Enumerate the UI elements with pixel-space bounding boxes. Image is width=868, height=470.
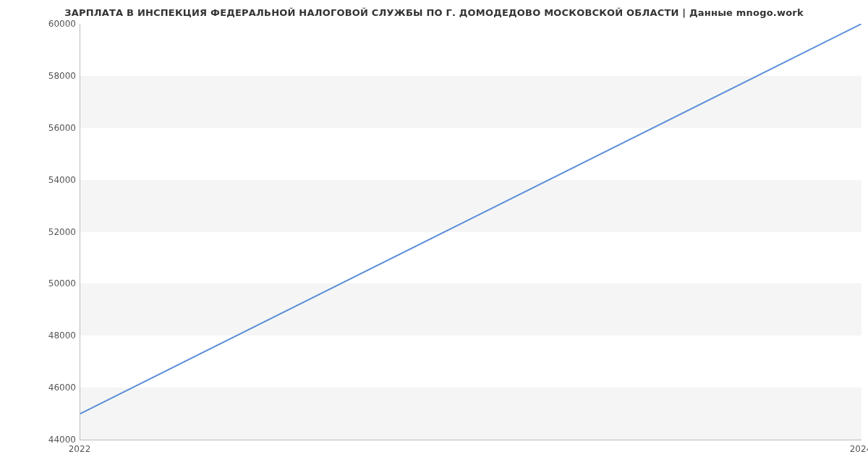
y-tick-label: 54000 [11, 175, 76, 185]
y-tick-label: 60000 [11, 19, 76, 29]
y-tick-label: 56000 [11, 123, 76, 133]
y-tick-label: 58000 [11, 71, 76, 81]
x-tick-label: 2022 [69, 444, 91, 454]
y-tick-label: 50000 [11, 278, 76, 289]
y-tick-label: 48000 [11, 330, 76, 341]
salary-line-chart: ЗАРПЛАТА В ИНСПЕКЦИЯ ФЕДЕРАЛЬНОЙ НАЛОГОВ… [0, 0, 868, 470]
data-line [80, 24, 861, 440]
y-tick-label: 52000 [11, 227, 76, 237]
plot-area [80, 24, 861, 440]
y-tick-label: 44000 [11, 435, 76, 445]
y-tick-label: 46000 [11, 383, 76, 393]
x-tick-label: 2024 [850, 444, 868, 454]
chart-title: ЗАРПЛАТА В ИНСПЕКЦИЯ ФЕДЕРАЛЬНОЙ НАЛОГОВ… [0, 7, 868, 18]
